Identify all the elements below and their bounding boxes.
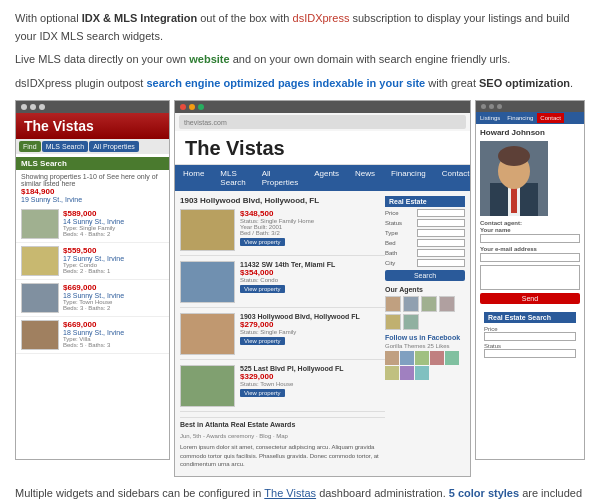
listing-info-1: $589,000 14 Sunny St., Irvine Type: Sing… — [63, 209, 124, 237]
main-listing-beds-1: Bed / Bath: 3/2 — [240, 230, 385, 236]
agent-photo-5 — [385, 314, 401, 330]
listing-info-3: $669,000 18 Sunny St., Irvine Type: Town… — [63, 283, 124, 311]
main-listing-addr-2: 11432 SW 14th Ter, Miami FL — [240, 261, 385, 268]
ss-sidebar-bed-input[interactable] — [417, 239, 465, 247]
main-listing-img-4 — [180, 365, 235, 407]
ss-left-title-area: The Vistas — [16, 113, 169, 139]
main-listing-details-4: 525 Last Blvd Pl, Hollywood FL $329,000 … — [240, 365, 385, 407]
ss-main-url-text: thevistas.com — [184, 119, 227, 126]
agent-photo-2 — [403, 296, 419, 312]
ss-sidebar-bed-label: Bed — [385, 240, 415, 246]
listing-info-4: $669,000 18 Sunny St., Irvine Type: Vill… — [63, 320, 124, 348]
listing-thumbnail-3 — [21, 283, 59, 313]
main-listing-img-3 — [180, 313, 235, 355]
svg-point-5 — [498, 146, 530, 166]
listing-addr-2: 14 Sunny St., Irvine — [63, 218, 124, 225]
bottom-prefix-1: Multiple widgets and sidebars can be con… — [15, 487, 264, 499]
fb-photo-6 — [385, 366, 399, 380]
ss-main-url-bar: thevistas.com — [179, 115, 466, 129]
ss-main-nav-all[interactable]: All Properties — [254, 165, 306, 191]
main-view-btn-2[interactable]: View property — [240, 285, 285, 293]
ss-right-nav-financing[interactable]: Financing — [504, 113, 536, 123]
listing-info-2: $559,500 17 Sunny St., Irvine Type: Cond… — [63, 246, 124, 274]
ss-right-message-textarea[interactable] — [480, 265, 580, 290]
main-view-btn-4[interactable]: View property — [240, 389, 285, 397]
ss-sidebar-city-field: City — [385, 259, 465, 267]
ss-left-nav-mls[interactable]: MLS Search — [42, 141, 89, 152]
ss-sidebar-price-input[interactable] — [417, 209, 465, 217]
ss-sidebar-city-input[interactable] — [417, 259, 465, 267]
screenshot-left: The Vistas Find MLS Search All Propertie… — [15, 100, 170, 460]
ss-main-nav-mls[interactable]: MLS Search — [212, 165, 253, 191]
main-listing-type-3: Status: Single Family — [240, 329, 385, 335]
ss-right-es-price-input[interactable] — [484, 332, 576, 341]
fb-photo-7 — [400, 366, 414, 380]
ss-main-listing-header-1: 1903 Hollywood Blvd, Hollywood, FL — [180, 196, 385, 205]
window-dot-2 — [30, 104, 36, 110]
ss-sidebar-realestate: Real Estate Price Status Type — [385, 196, 465, 281]
ss-sidebar-status-input[interactable] — [417, 219, 465, 227]
ss-right-name-input[interactable] — [480, 234, 580, 243]
intro-seo-bold2: SEO optimization — [479, 77, 570, 89]
listing-price-3: $559,500 — [63, 246, 124, 255]
ss-right-agent-name: Howard Johnson — [480, 128, 580, 137]
listing-price-2: $589,000 — [63, 209, 124, 218]
list-item: $348,500 Status: Single Family Home Year… — [180, 209, 385, 256]
ss-sidebar-type-input[interactable] — [417, 229, 465, 237]
ss-main-listings: 1903 Hollywood Blvd, Hollywood, FL $348,… — [180, 196, 385, 470]
ss-facebook-title: Follow us in Facebook — [385, 334, 465, 341]
ss-left-nav-find[interactable]: Find — [19, 141, 41, 152]
ss-main-site-title: The Vistas — [175, 131, 470, 165]
ss-main-nav-financing[interactable]: Financing — [383, 165, 434, 191]
fb-photo-8 — [415, 366, 429, 380]
ss-sidebar-city-label: City — [385, 260, 415, 266]
main-listing-price-4: $329,000 — [240, 372, 385, 381]
list-item: $669,000 18 Sunny St., Irvine Type: Town… — [16, 280, 169, 317]
ss-right-nav-contact[interactable]: Contact — [537, 113, 564, 123]
ss-right-nav: Listings Financing Contact — [476, 112, 584, 124]
listing-addr-4: 18 Sunny St., Irvine — [63, 292, 124, 299]
ss-sidebar-status-label: Status — [385, 220, 415, 226]
ss-left-nav-all[interactable]: All Properties — [89, 141, 139, 152]
ss-sidebar-bath-input[interactable] — [417, 249, 465, 257]
main-view-btn-1[interactable]: View property — [240, 238, 285, 246]
ss-sidebar-realestate-title: Real Estate — [385, 196, 465, 207]
fb-photo-3 — [415, 351, 429, 365]
listing-detail-extra-b: Beds: 5 · Baths: 3 — [63, 342, 124, 348]
agent-photo-1 — [385, 296, 401, 312]
main-view-btn-3[interactable]: View property — [240, 337, 285, 345]
ss-right-es-status-input[interactable] — [484, 349, 576, 358]
ss-right-agent-section: Howard Johnson — [476, 124, 584, 368]
ss-left-site-title: The Vistas — [24, 118, 161, 134]
ss-main-nav-home[interactable]: Home — [175, 165, 212, 191]
agent-photo-6 — [403, 314, 419, 330]
page-container: With optional IDX & MLS Integration out … — [0, 0, 600, 503]
ss-sidebar-price-label: Price — [385, 210, 415, 216]
ss-right-dot-3 — [497, 104, 502, 109]
ss-main-nav-news[interactable]: News — [347, 165, 383, 191]
agent-photo-4 — [439, 296, 455, 312]
intro-mid-1: out of the box with — [197, 12, 292, 24]
ss-facebook-subtitle: Gorilla Themes 25 Likes — [385, 343, 465, 349]
intro-seo-prefix: dsIDXpress plugin outpost — [15, 77, 146, 89]
ss-main-nav-agents[interactable]: Agents — [306, 165, 347, 191]
ss-left-price1: $184,900 — [21, 187, 164, 196]
ss-sidebar-search-button[interactable]: Search — [385, 270, 465, 281]
list-item: $559,500 17 Sunny St., Irvine Type: Cond… — [16, 243, 169, 280]
ss-awards-detail: Jun, 5th - Awards ceremony · Blog · Map — [180, 431, 385, 441]
intro-prefix-1: With optional — [15, 12, 82, 24]
ss-sidebar-bath-field: Bath — [385, 249, 465, 257]
ss-right-email-input[interactable] — [480, 253, 580, 262]
ss-right-nav-listings[interactable]: Listings — [477, 113, 503, 123]
intro-paragraph-3: dsIDXpress plugin outpost search engine … — [15, 75, 585, 93]
main-listing-details-2: 11432 SW 14th Ter, Miami FL $354,000 Sta… — [240, 261, 385, 303]
ss-main-nav-contact[interactable]: Contact — [434, 165, 471, 191]
screenshot-right: Listings Financing Contact Howard Johnso… — [475, 100, 585, 460]
ss-right-header-bar — [476, 101, 584, 112]
svg-rect-3 — [511, 185, 517, 213]
ss-right-send-button[interactable]: Send — [480, 293, 580, 304]
bottom-vistas-link[interactable]: The Vistas — [264, 487, 316, 499]
ss-sidebar-status-field: Status — [385, 219, 465, 227]
dsidxpress-link[interactable]: dsIDXpress — [293, 12, 350, 24]
listing-price-extra: $669,000 — [63, 320, 124, 329]
